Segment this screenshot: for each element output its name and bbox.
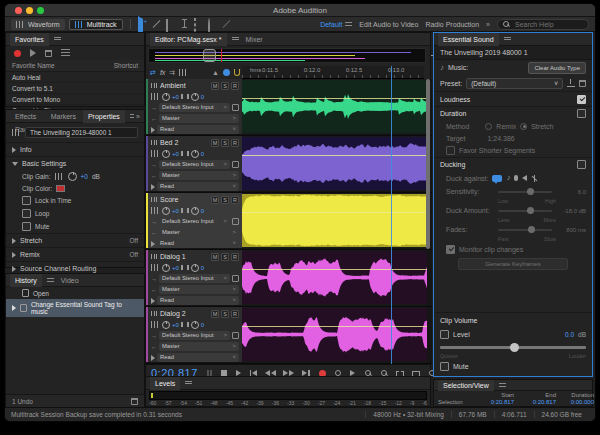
history-item-open[interactable]: Open (6, 287, 144, 299)
favorite-item[interactable]: Convert to 5.1 (6, 83, 144, 94)
panel-menu-icon[interactable] (54, 37, 61, 42)
track-volume-value[interactable]: +0 (172, 322, 179, 328)
tab-markers[interactable]: Markers (46, 110, 81, 123)
track-output-selector[interactable]: Master > (159, 285, 239, 294)
duck-sfx-icon[interactable] (514, 175, 518, 181)
track-mute-button[interactable]: M (211, 82, 219, 90)
track-volume-knob[interactable] (162, 321, 170, 329)
loop-checkbox[interactable] (22, 209, 31, 218)
track-solo-button[interactable]: S (221, 196, 229, 204)
delete-preset-icon[interactable] (579, 80, 586, 87)
track-volume-value[interactable]: +0 (172, 94, 179, 100)
automation-mode-selector[interactable]: Read ˅ (157, 239, 239, 248)
search-box[interactable] (497, 19, 589, 30)
track-output-selector[interactable]: Master > (159, 228, 239, 237)
loudness-section[interactable]: Loudness (434, 91, 592, 106)
favorite-item[interactable]: Auto Heal (6, 72, 144, 83)
remix-radio[interactable] (485, 123, 492, 130)
track-input-selector[interactable]: Default Stereo Input > (159, 331, 230, 340)
selection-end[interactable]: 0:20.817 (514, 399, 556, 405)
duck-music-icon[interactable]: ♪ (506, 174, 510, 182)
play-favorite-icon[interactable] (30, 49, 36, 57)
track-input-selector[interactable]: Default Stereo Input > (159, 274, 230, 283)
clip-gain-value[interactable]: +0 (81, 173, 88, 180)
duck-amount-slider[interactable] (498, 210, 552, 212)
track-solo-button[interactable]: S (221, 82, 229, 90)
tab-essential-sound[interactable]: Essential Sound (438, 33, 499, 46)
track-arm-button[interactable]: R (231, 253, 239, 261)
audio-clip[interactable] (242, 308, 427, 361)
automation-mode-selector[interactable]: Read ˅ (157, 182, 239, 191)
tab-editor[interactable]: Editor: PCMag.sesx * (150, 33, 227, 46)
monitor-input-icon[interactable] (232, 218, 239, 225)
sensitivity-slider[interactable] (498, 191, 552, 193)
panel-menu-icon[interactable] (232, 37, 239, 42)
record-favorite-icon[interactable] (14, 50, 21, 57)
track-volume-value[interactable]: +0 (172, 151, 179, 157)
track-pan-knob[interactable] (191, 264, 199, 272)
fx-toggle-icon[interactable]: fx (160, 69, 165, 76)
tab-favorites[interactable]: Favorites (10, 33, 49, 46)
track-solo-button[interactable]: S (221, 310, 229, 318)
fades-slider[interactable] (498, 229, 552, 231)
ducking-section[interactable]: Ducking (434, 157, 592, 171)
panel-menu-icon[interactable] (499, 383, 506, 388)
track-output-selector[interactable]: Master > (159, 114, 239, 123)
lasso-tool-icon[interactable] (208, 19, 218, 29)
clip-mute-checkbox[interactable] (440, 362, 449, 371)
lock-in-time-checkbox[interactable] (22, 196, 31, 205)
track-mute-button[interactable]: M (211, 139, 219, 147)
automation-mode-selector[interactable]: Read ˅ (157, 125, 239, 134)
monitor-input-icon[interactable] (232, 104, 239, 111)
track-lane[interactable] (242, 193, 427, 248)
track-input-selector[interactable]: Default Stereo Input > (159, 217, 230, 226)
monitor-input-icon[interactable] (232, 161, 239, 168)
panel-menu-icon[interactable] (504, 37, 511, 42)
track-arm-button[interactable]: R (231, 310, 239, 318)
monitor-clip-changes-checkbox[interactable] (446, 245, 455, 254)
workspace-edit-audio-to-video[interactable]: Edit Audio to Video (359, 21, 418, 28)
clear-history-icon[interactable] (131, 398, 138, 405)
track-name[interactable]: Dialog 1 (160, 253, 209, 260)
track-volume-knob[interactable] (162, 93, 170, 101)
level-checkbox[interactable] (440, 330, 449, 339)
workspace-radio-production[interactable]: Radio Production (425, 21, 479, 28)
volume-envelope[interactable] (242, 269, 427, 270)
track-lane[interactable] (242, 79, 427, 134)
search-input[interactable] (513, 20, 583, 29)
track-lane[interactable] (242, 307, 427, 362)
duration-section[interactable]: Duration (434, 106, 592, 120)
waveform-view-button[interactable]: Waveform (11, 19, 65, 30)
track-volume-knob[interactable] (162, 264, 170, 272)
zoom-amplitude-icon[interactable]: ▲ (212, 69, 219, 76)
track-mute-button[interactable]: M (211, 310, 219, 318)
section-info[interactable]: Info (6, 142, 144, 156)
duck-clips-icon[interactable] (531, 175, 538, 182)
track-input-selector[interactable]: Default Stereo Input > (159, 160, 230, 169)
selection-duration[interactable]: 0:00.000 (556, 399, 594, 405)
preset-dropdown[interactable]: (Default) ˅ (466, 78, 563, 89)
automation-mode-selector[interactable]: Read ˅ (157, 353, 239, 362)
timeline-ruler[interactable]: hms 0:11.5 0:12.0 0:12.5 0:13.0 (242, 66, 424, 79)
auto-scroll-icon[interactable] (223, 69, 230, 76)
track-name[interactable]: Bed 2 (160, 139, 209, 146)
track-name[interactable]: Score (160, 196, 209, 203)
monitor-input-icon[interactable] (232, 332, 239, 339)
audio-clip[interactable] (242, 137, 427, 190)
track-name[interactable]: Ambient (160, 82, 209, 89)
track-name[interactable]: Dialog 2 (160, 310, 209, 317)
generate-keyframes-button[interactable]: Generate Keyframes (458, 258, 568, 270)
track-arm-button[interactable]: R (231, 139, 239, 147)
paintbrush-tool-icon[interactable] (222, 19, 232, 29)
track-volume-knob[interactable] (162, 150, 170, 158)
track-pan-knob[interactable] (191, 150, 199, 158)
duck-dialogue-icon[interactable] (492, 175, 502, 182)
tab-selection-view[interactable]: Selection/View (438, 380, 494, 391)
snap-magnet-icon[interactable] (234, 69, 240, 76)
track-output-selector[interactable]: Master > (159, 342, 239, 351)
tab-levels[interactable]: Levels (150, 377, 180, 390)
track-pan-value[interactable]: 0 (201, 94, 204, 100)
playhead[interactable] (391, 66, 392, 364)
mute-checkbox[interactable] (22, 222, 31, 231)
favorite-item[interactable]: Convert to Mono (6, 94, 144, 105)
